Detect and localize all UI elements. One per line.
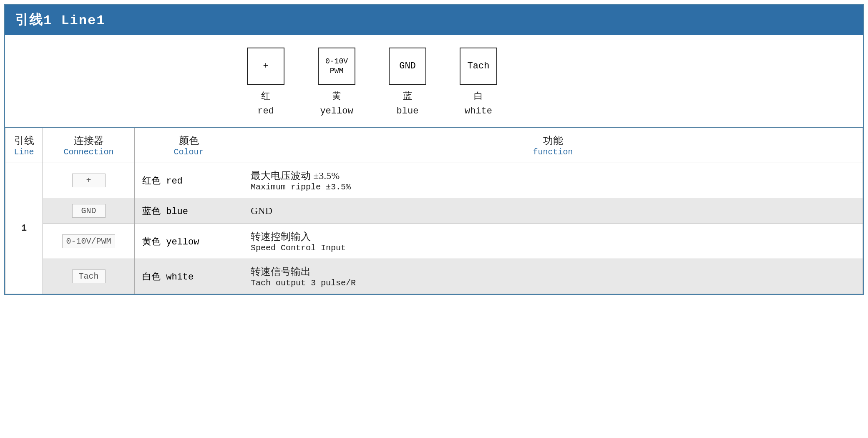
pin-en-plus: red	[257, 104, 274, 118]
page-title: 引线1 Line1	[15, 13, 105, 28]
connector-pwm: 0-10V/PWM	[43, 224, 135, 259]
th-colour: 颜色 Colour	[135, 128, 243, 163]
diagram-row: + 红 red 0-10VPWM 黄 yellow GND 蓝 blue Tac…	[5, 35, 863, 128]
pin-gnd: GND 蓝 blue	[389, 48, 426, 118]
connector-gnd: GND	[43, 198, 135, 224]
main-container: 引线1 Line1 + 红 red 0-10VPWM 黄 yellow GND …	[4, 4, 864, 295]
pin-box-plus: +	[247, 48, 284, 85]
pin-label-gnd: 蓝 blue	[397, 89, 419, 118]
table-row: Tach 白色 white 转速信号输出 Tach output 3 pulse…	[5, 259, 863, 294]
func-ripple: 最大电压波动 ±3.5% Maximum ripple ±3.5%	[243, 163, 863, 198]
pin-en-gnd: blue	[397, 104, 419, 118]
colour-white: 白色 white	[135, 259, 243, 294]
func-gnd: GND	[243, 198, 863, 224]
th-connection: 连接器 Connection	[43, 128, 135, 163]
pin-label-pwm: 黄 yellow	[320, 89, 353, 118]
table-header-row: 引线 Line 连接器 Connection 颜色 Colour 功能 func…	[5, 128, 863, 163]
connector-tach: Tach	[43, 259, 135, 294]
colour-blue: 蓝色 blue	[135, 198, 243, 224]
connector-plus: +	[43, 163, 135, 198]
pin-label-tach: 白 white	[465, 89, 492, 118]
pin-plus: + 红 red	[247, 48, 284, 118]
table-row: 1 + 红色 red 最大电压波动 ±3.5% Maximum ripple ±…	[5, 163, 863, 198]
th-function: 功能 function	[243, 128, 863, 163]
pin-box-tach: Tach	[460, 48, 497, 85]
line-number: 1	[5, 163, 43, 294]
colour-red: 红色 red	[135, 163, 243, 198]
table-row: GND 蓝色 blue GND	[5, 198, 863, 224]
pin-cn-tach: 白	[465, 89, 492, 104]
title-bar: 引线1 Line1	[5, 5, 863, 35]
pin-cn-gnd: 蓝	[397, 89, 419, 104]
pin-box-pwm: 0-10VPWM	[318, 48, 355, 85]
pin-tach: Tach 白 white	[460, 48, 497, 118]
pin-cn-pwm: 黄	[320, 89, 353, 104]
pin-cn-plus: 红	[257, 89, 274, 104]
th-line: 引线 Line	[5, 128, 43, 163]
func-tach: 转速信号输出 Tach output 3 pulse/R	[243, 259, 863, 294]
pin-en-pwm: yellow	[320, 104, 353, 118]
func-speed: 转速控制输入 Speed Control Input	[243, 224, 863, 259]
pin-label-plus: 红 red	[257, 89, 274, 118]
pin-pwm: 0-10VPWM 黄 yellow	[318, 48, 355, 118]
pin-en-tach: white	[465, 104, 492, 118]
pin-box-gnd: GND	[389, 48, 426, 85]
table-row: 0-10V/PWM 黄色 yellow 转速控制输入 Speed Control…	[5, 224, 863, 259]
colour-yellow: 黄色 yellow	[135, 224, 243, 259]
wiring-table: 引线 Line 连接器 Connection 颜色 Colour 功能 func…	[5, 128, 863, 294]
